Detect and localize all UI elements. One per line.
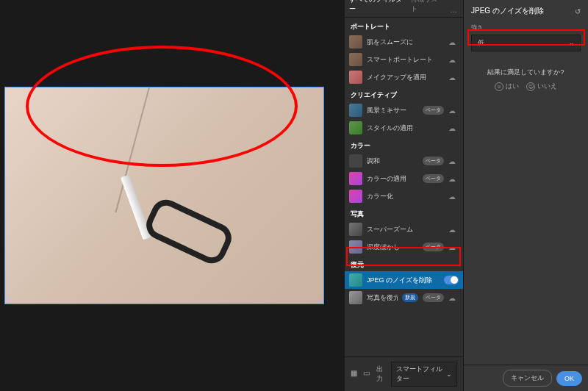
no-label: いいえ: [537, 82, 557, 91]
filter-smooth-skin[interactable]: 肌をスムーズに ☁: [345, 33, 463, 51]
cloud-icon: ☁: [448, 157, 459, 165]
filter-label: 写真を復元: [367, 293, 398, 303]
restore-icon: [349, 291, 362, 304]
filter-photo-restore[interactable]: 写真を復元 新規 ベータ ☁: [345, 289, 463, 306]
filter-harmony[interactable]: 調和 ベータ ☁: [345, 152, 463, 170]
output-value: スマートフィルター: [396, 365, 443, 384]
canvas-preview-image[interactable]: [4, 87, 324, 304]
options-footer: キャンセル OK: [464, 365, 588, 391]
beta-badge: ベータ: [423, 106, 444, 115]
filter-panel-footer: ▦ ▭ 出力 スマートフィルター ⌄: [345, 356, 463, 391]
smile-icon: ☺: [495, 82, 503, 91]
depth-icon: [349, 240, 362, 254]
output-select[interactable]: スマートフィルター ⌄: [391, 362, 457, 387]
style-icon: [349, 121, 362, 134]
filter-colorize[interactable]: カラー化 ☁: [345, 187, 463, 205]
canvas-area: [0, 0, 344, 391]
jpeg-icon: [349, 273, 362, 287]
strength-value: 低: [478, 38, 484, 48]
ok-button[interactable]: OK: [556, 371, 582, 386]
filter-tabs: すべてのフィルター 待機リスト …: [345, 0, 463, 18]
filter-label: 風景ミキサー: [367, 106, 418, 115]
section-photo: 写真: [345, 205, 463, 220]
cancel-button[interactable]: キャンセル: [503, 370, 552, 387]
cloud-icon: ☁: [448, 243, 459, 251]
color-transfer-icon: [349, 172, 362, 185]
section-color: カラー: [345, 137, 463, 152]
filter-label: カラー化: [367, 192, 444, 201]
cloud-icon: ☁: [448, 124, 459, 132]
smart-portrait-icon: [349, 53, 362, 66]
new-badge: 新規: [402, 293, 418, 302]
tab-more-icon[interactable]: …: [448, 3, 459, 17]
filter-label: スーパーズーム: [367, 225, 444, 234]
section-creative: クリエイティブ: [345, 86, 463, 101]
options-header: JPEG のノイズを削除 ↺: [464, 0, 588, 22]
cloud-icon: ☁: [448, 73, 459, 82]
image-icon[interactable]: ▭: [363, 369, 371, 379]
filter-label: スマートポートレート: [367, 55, 444, 65]
filter-style-transfer[interactable]: スタイルの適用 ☁: [345, 119, 463, 137]
filter-color-transfer[interactable]: カラーの適用 ベータ ☁: [345, 170, 463, 187]
filter-label: メイクアップを適用: [367, 73, 444, 82]
beta-badge: ベータ: [423, 243, 444, 251]
chevron-down-icon: ⌄: [569, 40, 574, 46]
filter-panel: すべてのフィルター 待機リスト … ポートレート 肌をスムーズに ☁ スマートポ…: [344, 0, 463, 391]
filter-label: 調和: [367, 157, 418, 166]
filter-list: ポートレート 肌をスムーズに ☁ スマートポートレート ☁ メイクアップを適用 …: [345, 18, 463, 356]
makeup-icon: [349, 71, 362, 84]
options-title: JPEG のノイズを削除: [471, 6, 544, 16]
cloud-icon: ☁: [448, 107, 459, 115]
harmony-icon: [349, 154, 362, 168]
section-portrait: ポートレート: [345, 18, 463, 33]
satisfaction-question: 結果に満足していますか?: [464, 68, 588, 77]
image-content: [117, 174, 308, 293]
beta-badge: ベータ: [423, 293, 444, 302]
filter-label: 肌をスムーズに: [367, 37, 444, 47]
filter-label: スタイルの適用: [367, 123, 444, 133]
beta-badge: ベータ: [423, 174, 444, 183]
filter-super-zoom[interactable]: スーパーズーム ☁: [345, 220, 463, 238]
strength-dropdown[interactable]: 低 ⌄: [471, 35, 581, 51]
satisfaction-buttons: ☺ はい ☹ いいえ: [464, 82, 588, 91]
frown-icon: ☹: [526, 82, 535, 91]
satisfaction-prompt: 結果に満足していますか? ☺ はい ☹ いいえ: [464, 68, 588, 91]
yes-label: はい: [506, 82, 519, 91]
cloud-icon: ☁: [448, 294, 459, 302]
options-panel: JPEG のノイズを削除 ↺ 強さ 低 ⌄ 結果に満足していますか? ☺ はい …: [463, 0, 588, 391]
colorize-icon: [349, 190, 362, 203]
filter-label: カラーの適用: [367, 174, 418, 184]
output-label: 出力: [376, 365, 387, 384]
landscape-icon: [349, 104, 362, 117]
tab-all-filters[interactable]: すべてのフィルター: [349, 0, 404, 17]
filter-landscape-mixer[interactable]: 風景ミキサー ベータ ☁: [345, 101, 463, 119]
layers-icon[interactable]: ▦: [351, 369, 359, 379]
satisfaction-yes[interactable]: ☺ はい: [495, 82, 519, 91]
cloud-icon: ☁: [448, 56, 459, 64]
cloud-icon: ☁: [448, 175, 459, 183]
cloud-icon: ☁: [448, 226, 459, 234]
satisfaction-no[interactable]: ☹ いいえ: [526, 82, 557, 91]
section-restore: 復元: [345, 256, 463, 271]
filter-smart-portrait[interactable]: スマートポートレート ☁: [345, 51, 463, 68]
filter-label: 深度ぼかし: [367, 243, 418, 252]
smooth-skin-icon: [349, 35, 362, 49]
strength-label: 強さ: [464, 22, 588, 33]
filter-makeup[interactable]: メイクアップを適用 ☁: [345, 68, 463, 86]
filter-label: JPEG のノイズを削除: [367, 276, 440, 285]
beta-badge: ベータ: [423, 157, 444, 165]
zoom-icon: [349, 223, 362, 236]
reset-icon[interactable]: ↺: [575, 7, 581, 15]
cloud-icon: ☁: [448, 38, 459, 46]
cloud-icon: ☁: [448, 193, 459, 201]
chevron-down-icon: ⌄: [446, 370, 452, 378]
filter-depth-blur[interactable]: 深度ぼかし ベータ ☁: [345, 238, 463, 256]
tab-wait-list[interactable]: 待機リスト: [411, 0, 441, 17]
filter-toggle[interactable]: [444, 276, 459, 284]
filter-jpeg-noise[interactable]: JPEG のノイズを削除: [345, 271, 463, 289]
